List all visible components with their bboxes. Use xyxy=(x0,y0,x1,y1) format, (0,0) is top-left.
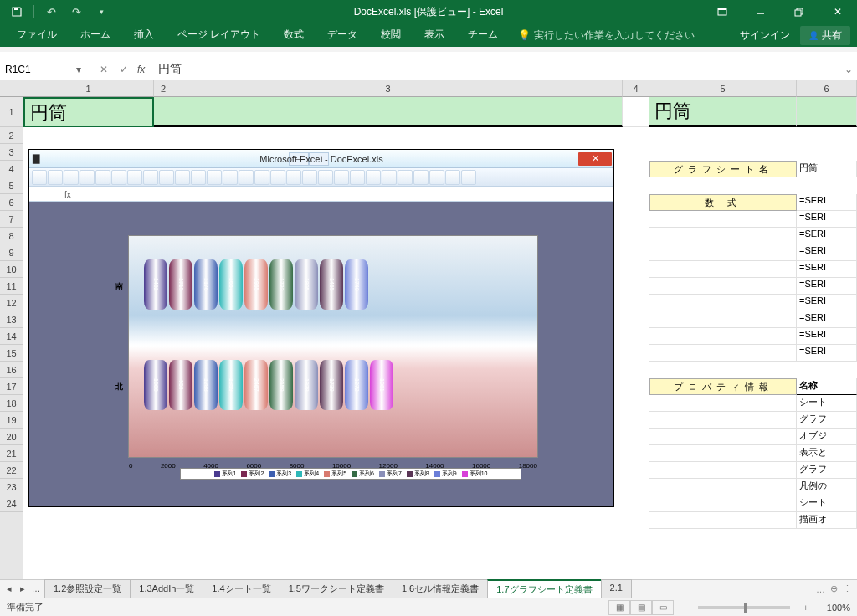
tab-view[interactable]: 表示 xyxy=(414,24,454,47)
row-header-11[interactable]: 11 xyxy=(0,278,23,295)
row-header-8[interactable]: 8 xyxy=(0,228,23,244)
bar-south-5[interactable]: 1723 xyxy=(269,259,293,310)
row-header-13[interactable]: 13 xyxy=(0,311,23,328)
cell-r1-merged[interactable] xyxy=(154,97,623,127)
old-toolbar-btn-22[interactable] xyxy=(382,170,397,185)
old-toolbar-btn-18[interactable] xyxy=(318,170,333,185)
row-header-14[interactable]: 14 xyxy=(0,328,23,345)
tell-me[interactable]: 💡 実行したい作業を入力してください xyxy=(518,28,695,43)
old-fx-icon[interactable]: fx xyxy=(62,190,74,199)
old-toolbar-btn-27[interactable] xyxy=(461,170,476,185)
cell-seri-3[interactable]: =SERI xyxy=(797,244,857,261)
old-toolbar-btn-5[interactable] xyxy=(111,170,126,185)
name-box[interactable]: ▾ xyxy=(0,62,90,77)
enter-formula-icon[interactable]: ✓ xyxy=(117,64,131,75)
new-sheet-icon[interactable]: ⊕ xyxy=(830,583,838,594)
bar-south-3[interactable]: 1657 xyxy=(219,259,243,310)
cell-seri-8[interactable]: =SERI xyxy=(797,328,857,345)
cell-prop-3[interactable]: 表示と xyxy=(797,445,857,462)
cell-graphsheet-val[interactable]: 円筒 xyxy=(797,161,857,177)
row-header-9[interactable]: 9 xyxy=(0,244,23,261)
sheet-tab-6[interactable]: 2.1 xyxy=(601,579,632,598)
zoom-level[interactable]: 100% xyxy=(813,603,850,613)
bar-north-7[interactable]: 1739 xyxy=(320,360,343,410)
cancel-formula-icon[interactable]: ✕ xyxy=(97,64,110,75)
row-header-22[interactable]: 22 xyxy=(0,462,23,479)
row-header-23[interactable]: 23 xyxy=(0,479,23,495)
sheet-more-icon[interactable]: … xyxy=(816,584,825,594)
col-header-merged[interactable]: 2 3 xyxy=(154,80,623,97)
old-toolbar-btn-16[interactable] xyxy=(286,170,301,185)
zoom-out-icon[interactable]: − xyxy=(674,603,689,613)
bar-south-0[interactable]: 1462 xyxy=(144,259,167,310)
row-header-19[interactable]: 19 xyxy=(0,412,23,429)
cell-seri-7[interactable]: =SERI xyxy=(797,311,857,328)
bar-north-5[interactable]: 2159 xyxy=(269,360,293,410)
tab-nav-more[interactable]: … xyxy=(30,583,42,594)
ribbon-display-options-icon[interactable] xyxy=(703,0,742,23)
cell-seri-9[interactable]: =SERI xyxy=(797,345,857,362)
old-toolbar-btn-0[interactable] xyxy=(32,170,47,185)
select-all-corner[interactable] xyxy=(0,80,23,97)
restore-icon[interactable] xyxy=(780,0,819,23)
cell-prop-7[interactable]: 描画オ xyxy=(797,512,857,529)
cell-seri-4[interactable]: =SERI xyxy=(797,261,857,278)
old-toolbar-btn-1[interactable] xyxy=(48,170,63,185)
row-header-18[interactable]: 18 xyxy=(0,395,23,412)
cell-prop-header[interactable]: 名称 xyxy=(797,378,857,395)
row-header-7[interactable]: 7 xyxy=(0,211,23,228)
cell-prop-5[interactable]: 凡例の xyxy=(797,479,857,495)
sheet-tab-3[interactable]: 1.5ワークシート定義書 xyxy=(280,579,393,598)
view-page-layout-icon[interactable]: ▤ xyxy=(630,600,652,615)
view-page-break-icon[interactable]: ▭ xyxy=(652,600,674,615)
bar-north-8[interactable]: 1272 xyxy=(345,360,368,410)
redo-icon[interactable]: ↷ xyxy=(64,2,88,22)
cell-prop-2[interactable]: オブジ xyxy=(797,429,857,445)
sheet-tab-1[interactable]: 1.3AddIn一覧 xyxy=(130,579,203,598)
bar-north-9[interactable]: 1061 xyxy=(370,360,393,410)
bar-south-2[interactable]: 1176 xyxy=(194,259,218,310)
old-toolbar-btn-13[interactable] xyxy=(239,170,254,185)
cell-prop-0[interactable]: シート xyxy=(797,395,857,412)
row-header-10[interactable]: 10 xyxy=(0,261,23,278)
bar-north-2[interactable]: 1288 xyxy=(194,360,218,410)
cell-seri-2[interactable]: =SERI xyxy=(797,228,857,244)
old-toolbar-btn-14[interactable] xyxy=(254,170,269,185)
bar-north-0[interactable]: 1000 xyxy=(144,360,167,410)
undo-icon[interactable]: ↶ xyxy=(39,2,63,22)
old-toolbar-btn-10[interactable] xyxy=(191,170,206,185)
row-header-24[interactable]: 24 xyxy=(0,495,23,512)
row-header-17[interactable]: 17 xyxy=(0,378,23,395)
minimize-icon[interactable] xyxy=(742,0,780,23)
name-box-input[interactable] xyxy=(0,62,69,77)
cell-seri-6[interactable]: =SERI xyxy=(797,295,857,311)
tab-review[interactable]: 校閲 xyxy=(371,24,411,47)
row-header-3[interactable]: 3 xyxy=(0,144,23,161)
save-icon[interactable] xyxy=(5,2,28,22)
view-normal-icon[interactable]: ▦ xyxy=(608,600,630,615)
tab-insert[interactable]: 挿入 xyxy=(124,24,164,47)
tab-data[interactable]: データ xyxy=(317,24,367,47)
cell-seri-5[interactable]: =SERI xyxy=(797,278,857,295)
row-header-4[interactable]: 4 xyxy=(0,161,23,177)
old-toolbar-btn-6[interactable] xyxy=(127,170,142,185)
tab-team[interactable]: チーム xyxy=(458,24,508,47)
cell-r1c5[interactable]: 円筒 xyxy=(649,97,797,127)
old-toolbar-btn-3[interactable] xyxy=(80,170,95,185)
bar-south-6[interactable]: 1805 xyxy=(295,259,318,310)
row-header-5[interactable]: 5 xyxy=(0,177,23,194)
cell-prop-1[interactable]: グラフ xyxy=(797,412,857,429)
sheet-tab-2[interactable]: 1.4シート一覧 xyxy=(203,579,280,598)
bar-north-4[interactable]: 2467 xyxy=(244,360,268,410)
cell-prop-6[interactable]: シート xyxy=(797,495,857,512)
close-icon[interactable]: ✕ xyxy=(819,0,857,23)
row-header-20[interactable]: 20 xyxy=(0,429,23,445)
zoom-thumb[interactable] xyxy=(744,603,747,613)
bar-south-1[interactable]: 1715 xyxy=(169,259,192,310)
bar-south-4[interactable]: 1965 xyxy=(244,259,268,310)
bar-north-1[interactable]: 959 xyxy=(169,360,192,410)
tab-nav-first-icon[interactable]: ◂ xyxy=(3,583,15,594)
old-toolbar-btn-2[interactable] xyxy=(64,170,79,185)
old-toolbar-btn-23[interactable] xyxy=(398,170,413,185)
tab-formula[interactable]: 数式 xyxy=(274,24,314,47)
